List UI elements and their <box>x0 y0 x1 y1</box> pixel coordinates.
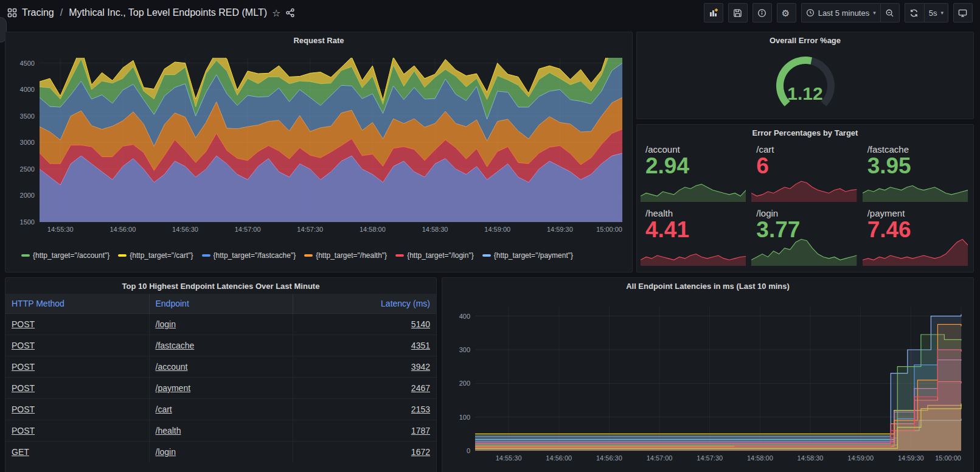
svg-text:14:56:30: 14:56:30 <box>596 454 622 462</box>
svg-text:15:00:00: 15:00:00 <box>596 226 622 233</box>
stat-target-label: /account <box>641 142 748 154</box>
svg-text:14:57:00: 14:57:00 <box>647 454 673 462</box>
refresh-interval-picker[interactable]: 5s ▾ <box>924 3 948 23</box>
table-row: POST/cart2153 <box>5 399 436 420</box>
add-panel-button[interactable] <box>704 3 723 23</box>
svg-text:14:58:30: 14:58:30 <box>798 454 824 462</box>
table-cell-link[interactable]: /login <box>156 447 176 457</box>
clock-icon <box>806 9 815 17</box>
table-cell-link[interactable]: /payment <box>156 383 191 393</box>
legend-item[interactable]: {http_target="/cart"} <box>118 251 193 260</box>
svg-text:14:59:30: 14:59:30 <box>547 226 573 233</box>
legend-swatch <box>304 254 313 257</box>
breadcrumb: Tracing / Mythical Inc., Top Level Endpo… <box>7 7 295 19</box>
stat-sparkline <box>641 170 746 202</box>
request-rate-chart[interactable]: 150020002500300035004000450014:55:3014:5… <box>10 48 627 249</box>
table-cell-link[interactable]: 3942 <box>411 362 430 372</box>
time-range-picker[interactable]: Last 5 minutes ▾ <box>801 3 880 23</box>
svg-text:2500: 2500 <box>20 165 35 173</box>
stat-panel-account: /account2.94 <box>641 142 748 202</box>
share-icon[interactable] <box>285 8 295 18</box>
legend-item[interactable]: {http_target="/payment"} <box>482 251 573 260</box>
save-dashboard-button[interactable] <box>728 3 748 23</box>
table-column-header[interactable]: Endpoint <box>149 294 293 314</box>
panel-error-percentages: Error Percentages by Target /account2.94… <box>636 124 974 272</box>
svg-text:14:57:30: 14:57:30 <box>697 454 723 462</box>
table-cell-link[interactable]: GET <box>12 447 29 457</box>
legend-swatch <box>395 254 404 257</box>
stat-panel-fastcache: /fastcache3.95 <box>863 142 970 202</box>
dashboard-insights-button[interactable] <box>752 3 772 23</box>
zoom-out-time-button[interactable] <box>880 3 900 23</box>
legend-item[interactable]: {http_target="/login"} <box>395 251 474 260</box>
stat-sparkline <box>751 234 857 266</box>
svg-text:14:59:00: 14:59:00 <box>847 454 874 462</box>
svg-text:14:55:30: 14:55:30 <box>47 226 74 233</box>
kiosk-mode-button[interactable] <box>953 3 973 23</box>
toolbar: ⚙ Last 5 minutes ▾ 5s ▾ <box>704 3 973 23</box>
breadcrumb-root[interactable]: Tracing <box>22 7 54 18</box>
legend-swatch <box>482 254 491 257</box>
svg-text:2000: 2000 <box>20 192 35 199</box>
svg-text:14:58:00: 14:58:00 <box>360 226 386 233</box>
table-cell-link[interactable]: 4351 <box>411 341 430 350</box>
legend-item[interactable]: {http_target="/health"} <box>304 251 387 260</box>
legend-item[interactable]: {http_target="/account"} <box>21 251 109 260</box>
table-cell-link[interactable]: 1672 <box>411 447 430 457</box>
refresh-button[interactable] <box>905 3 924 23</box>
table-column-header[interactable]: HTTP Method <box>5 294 149 314</box>
table-header-row: HTTP MethodEndpointLatency (ms) <box>5 294 436 314</box>
table-row: POST/health1787 <box>5 420 436 442</box>
table-cell-link[interactable]: /cart <box>156 404 172 414</box>
legend-label: {http_target="/health"} <box>316 251 387 260</box>
table-cell-link[interactable]: /login <box>156 319 176 329</box>
svg-text:14:59:00: 14:59:00 <box>484 226 510 233</box>
dashboard-settings-button[interactable]: ⚙ <box>777 3 796 23</box>
svg-text:4500: 4500 <box>20 60 35 67</box>
stat-panel-health: /health4.41 <box>641 206 748 266</box>
svg-text:0: 0 <box>467 447 470 454</box>
legend-item[interactable]: {http_target="/fastcache"} <box>202 251 296 260</box>
panel-title[interactable]: All Endpoint Latencies in ms (Last 10 mi… <box>442 278 973 294</box>
svg-text:14:59:30: 14:59:30 <box>898 454 924 462</box>
table-cell-link[interactable]: 2467 <box>411 383 430 393</box>
table-cell-link[interactable]: POST <box>12 383 35 393</box>
panel-title[interactable]: Error Percentages by Target <box>637 125 973 141</box>
latency-table: HTTP MethodEndpointLatency (ms) POST/log… <box>5 294 436 462</box>
table-cell-link[interactable]: /health <box>156 426 181 436</box>
apps-grid-icon[interactable] <box>7 8 17 18</box>
panel-title[interactable]: Overall Error %age <box>637 32 973 48</box>
table-cell-link[interactable]: /fastcache <box>156 341 195 350</box>
stat-target-label: /login <box>751 206 858 218</box>
table-cell-link[interactable]: POST <box>12 341 35 350</box>
stat-panel-login: /login3.77 <box>751 206 858 266</box>
legend-label: {http_target="/cart"} <box>130 251 193 260</box>
svg-text:15:00:00: 15:00:00 <box>935 454 961 462</box>
svg-text:14:58:30: 14:58:30 <box>422 226 448 233</box>
panel-latency-chart: All Endpoint Latencies in ms (Last 10 mi… <box>442 277 974 472</box>
stat-target-label: /cart <box>751 142 858 154</box>
table-cell-link[interactable]: 5140 <box>411 319 430 329</box>
table-cell-link[interactable]: POST <box>12 426 35 436</box>
panel-title[interactable]: Request Rate <box>5 32 632 48</box>
star-icon[interactable]: ☆ <box>272 7 280 19</box>
panel-overall-error: Overall Error %age 1.12 <box>636 32 974 119</box>
svg-text:400: 400 <box>459 313 470 320</box>
table-cell-link[interactable]: POST <box>12 404 35 414</box>
table-column-header[interactable]: Latency (ms) <box>293 294 436 314</box>
table-cell-link[interactable]: POST <box>12 319 35 329</box>
dashboard-grid: Request Rate 150020002500300035004000450… <box>0 26 980 472</box>
table-cell-link[interactable]: 2153 <box>411 404 430 414</box>
panel-title[interactable]: Top 10 Highest Endpoint Latencies Over L… <box>5 278 436 294</box>
latency-chart[interactable]: 010020030040014:55:3014:56:0014:56:3014:… <box>447 294 968 472</box>
breadcrumb-separator: / <box>60 7 63 18</box>
svg-text:14:55:30: 14:55:30 <box>496 454 522 462</box>
stat-target-label: /payment <box>863 206 970 218</box>
table-cell-link[interactable]: POST <box>12 362 35 372</box>
legend-swatch <box>202 254 210 257</box>
table-row: GET/login1672 <box>5 442 436 463</box>
table-cell-link[interactable]: 1787 <box>411 426 430 436</box>
legend-swatch <box>21 254 30 257</box>
table-cell-link[interactable]: /account <box>156 362 188 372</box>
dashboard-title[interactable]: Mythical Inc., Top Level Endpoints RED (… <box>69 7 267 18</box>
